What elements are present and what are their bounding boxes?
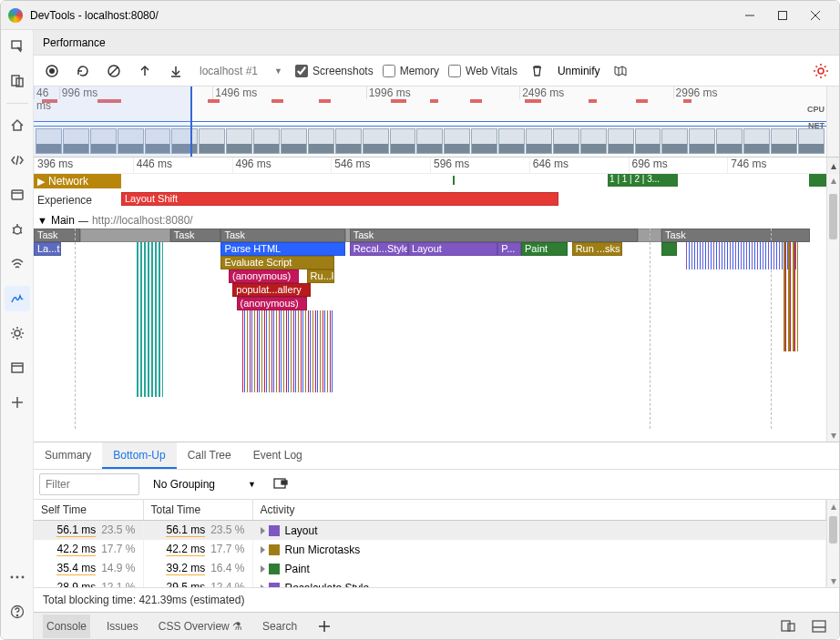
- drawer-tabs: Console Issues CSS Overview ⚗ Search: [34, 612, 839, 639]
- svg-rect-7: [12, 190, 23, 199]
- reload-record-button[interactable]: [72, 60, 94, 82]
- left-tool-rail: [1, 30, 34, 639]
- svg-line-28: [110, 67, 118, 75]
- application-icon[interactable]: [5, 355, 30, 381]
- table-row[interactable]: 28.9 ms12.1 %29.5 ms12.4 %Recalculate St…: [34, 578, 826, 587]
- svg-rect-36: [282, 481, 287, 484]
- record-button[interactable]: [41, 60, 63, 82]
- memory-checkbox[interactable]: Memory: [383, 65, 439, 77]
- drawer-console[interactable]: Console: [43, 615, 90, 638]
- grouping-select[interactable]: No Grouping▼: [147, 473, 262, 495]
- drawer-issues[interactable]: Issues: [103, 615, 142, 638]
- table-row[interactable]: 35.4 ms14.9 %39.2 ms16.4 %Paint: [34, 559, 826, 578]
- cpu-label: CPU: [807, 105, 825, 114]
- drawer-search[interactable]: Search: [259, 615, 301, 638]
- svg-line-11: [13, 228, 15, 229]
- profile-selector[interactable]: localhost #1▼: [196, 65, 286, 77]
- upload-button[interactable]: [134, 60, 156, 82]
- trash-button[interactable]: [527, 60, 548, 82]
- maximize-button[interactable]: [766, 3, 799, 28]
- expand-drawer-icon[interactable]: [808, 615, 830, 637]
- network-lane[interactable]: ▶ Network 1 | 1 | 2 | 3...: [34, 174, 826, 188]
- network-icon[interactable]: [5, 251, 30, 277]
- overview-scrollbar[interactable]: [826, 86, 839, 157]
- svg-rect-40: [788, 624, 794, 631]
- bottom-up-table[interactable]: Self Time Total Time Activity 56.1 ms23.…: [34, 500, 826, 587]
- status-footer: Total blocking time: 421.39ms (estimated…: [34, 587, 839, 612]
- table-scrollbar[interactable]: ▴▾: [826, 500, 839, 587]
- drawer-css-overview[interactable]: CSS Overview ⚗: [155, 615, 246, 638]
- tab-event-log[interactable]: Event Log: [242, 442, 313, 469]
- more-icon[interactable]: [5, 564, 30, 590]
- svg-point-20: [10, 576, 13, 579]
- window-title: DevTools - localhost:8080/: [30, 9, 733, 22]
- sources-icon[interactable]: [5, 182, 30, 208]
- device-icon[interactable]: [5, 68, 30, 94]
- map-icon[interactable]: [610, 60, 631, 82]
- flame-scrollbar[interactable]: ▴ ▾: [826, 174, 839, 442]
- main-lane-header[interactable]: ▼ Main — http://localhost:8080/: [34, 212, 826, 229]
- svg-rect-16: [12, 363, 23, 372]
- performance-toolbar: localhost #1▼ Screenshots Memory Web Vit…: [34, 56, 839, 86]
- flame-chart[interactable]: ▶ Network 1 | 1 | 2 | 3... Experience La…: [34, 174, 839, 442]
- performance-icon[interactable]: [5, 286, 30, 311]
- svg-rect-39: [782, 621, 790, 631]
- close-button[interactable]: [799, 3, 832, 28]
- svg-rect-1: [779, 11, 787, 19]
- svg-point-22: [21, 576, 24, 579]
- svg-point-21: [15, 576, 18, 579]
- dock-icon[interactable]: [777, 615, 799, 637]
- tab-call-tree[interactable]: Call Tree: [177, 442, 242, 469]
- add-panel-icon[interactable]: [5, 390, 30, 415]
- flask-icon: ⚗: [232, 620, 242, 633]
- tab-bottom-up[interactable]: Bottom-Up: [102, 442, 176, 469]
- unminify-button[interactable]: Unminify: [558, 65, 600, 77]
- svg-point-34: [818, 68, 824, 74]
- overview-strip[interactable]: 46 ms 996 ms 1496 ms 1996 ms 2496 ms 299…: [34, 86, 839, 157]
- scroll-up-icon[interactable]: ▴: [826, 157, 839, 173]
- clear-button[interactable]: [103, 60, 125, 82]
- home-icon[interactable]: [5, 113, 30, 138]
- svg-rect-41: [813, 621, 825, 632]
- settings-cog-icon[interactable]: [5, 320, 30, 346]
- panel-settings-icon[interactable]: [810, 60, 832, 82]
- svg-rect-4: [12, 41, 21, 48]
- window-titlebar: DevTools - localhost:8080/: [1, 1, 839, 30]
- overview-selection[interactable]: [34, 86, 192, 157]
- help-icon[interactable]: [5, 599, 30, 625]
- heavy-stack-icon[interactable]: [270, 473, 292, 495]
- screenshots-checkbox[interactable]: Screenshots: [295, 65, 374, 77]
- svg-rect-5: [12, 76, 19, 86]
- elements-icon[interactable]: [5, 147, 30, 173]
- download-button[interactable]: [165, 60, 187, 82]
- panel-title: Performance: [43, 36, 106, 49]
- bug-icon[interactable]: [5, 217, 30, 242]
- svg-line-13: [13, 232, 15, 233]
- svg-line-12: [20, 228, 22, 229]
- experience-lane[interactable]: Experience Layout Shift: [34, 192, 826, 208]
- minimize-button[interactable]: [733, 3, 766, 28]
- svg-point-9: [14, 227, 21, 234]
- svg-line-14: [20, 232, 22, 233]
- table-row[interactable]: 56.1 ms23.5 %56.1 ms23.5 %Layout: [34, 521, 826, 541]
- panel-header: Performance: [34, 30, 839, 56]
- svg-point-24: [16, 615, 17, 615]
- table-row[interactable]: 42.2 ms17.7 %42.2 ms17.7 %Run Microtasks: [34, 540, 826, 559]
- svg-point-15: [15, 330, 20, 336]
- app-icon: [8, 8, 23, 23]
- net-label: NET: [808, 121, 825, 130]
- filter-input[interactable]: [39, 473, 139, 495]
- tab-summary[interactable]: Summary: [34, 442, 102, 469]
- svg-point-26: [49, 68, 55, 74]
- drawer-add-icon[interactable]: [313, 615, 335, 637]
- inspect-icon[interactable]: [5, 34, 30, 59]
- details-pane: Summary Bottom-Up Call Tree Event Log No…: [34, 442, 839, 612]
- flame-ruler: 396 ms 446 ms 496 ms 546 ms 596 ms 646 m…: [34, 157, 839, 174]
- webvitals-checkbox[interactable]: Web Vitals: [448, 65, 517, 77]
